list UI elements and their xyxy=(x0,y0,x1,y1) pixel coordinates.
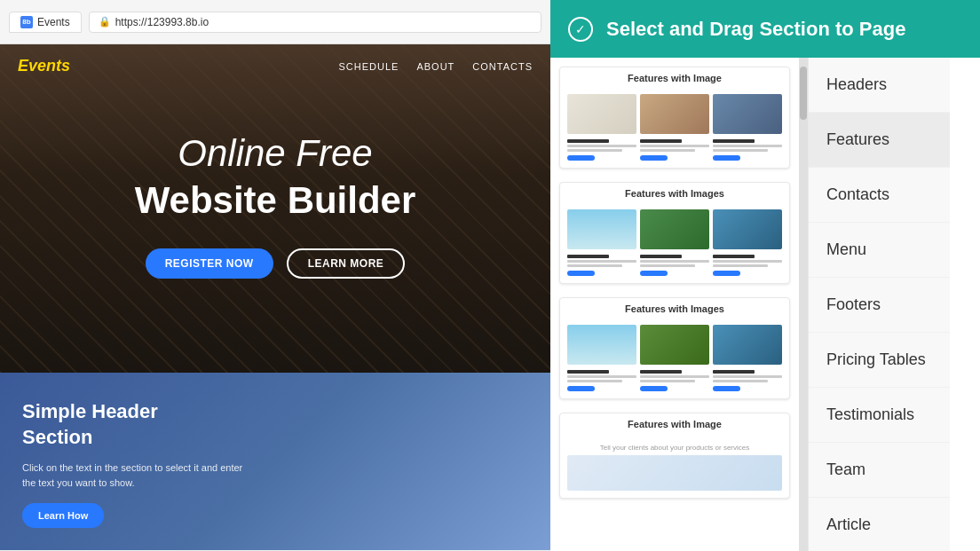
category-features[interactable]: Features xyxy=(809,113,950,168)
mini-label-sm-18 xyxy=(713,380,768,382)
top-bar-title: Select and Drag Section to Page xyxy=(606,18,905,41)
section-card-4[interactable]: Features with Image Tell your clients ab… xyxy=(559,413,790,499)
section-card-3-body xyxy=(560,318,789,398)
section-card-2-title: Features with Images xyxy=(560,183,789,202)
mini-label-7 xyxy=(567,370,609,374)
category-pricing-tables[interactable]: Pricing Tables xyxy=(809,333,950,388)
mini-text-col-2 xyxy=(640,139,709,161)
mini-btn-1 xyxy=(567,155,595,161)
mini-text-grid-2 xyxy=(567,255,782,276)
section-card-4-subtitle: Tell your clients about your products or… xyxy=(567,440,782,455)
nav-contacts[interactable]: CONTACTS xyxy=(472,61,533,72)
mini-img-meeting xyxy=(713,94,782,134)
hero-buttons: REGISTER NOW LEARN MORE xyxy=(18,248,533,279)
mini-label-sm-3 xyxy=(640,145,709,147)
mini-label-1 xyxy=(567,139,609,143)
mini-images-row-2 xyxy=(567,209,782,249)
section-card-3-title: Features with Images xyxy=(560,298,789,318)
section-card-1-title: Features with Image xyxy=(560,67,789,87)
mini-label-sm-4 xyxy=(640,149,695,152)
section-card-4-body: Tell your clients about your products or… xyxy=(560,433,789,498)
nav-about[interactable]: ABOUT xyxy=(416,61,454,72)
mini-text-col-7 xyxy=(567,370,636,391)
learn-more-button[interactable]: LEARN MORE xyxy=(287,248,406,279)
simple-header-section: Simple HeaderSection Click on the text i… xyxy=(0,373,550,550)
mini-label-9 xyxy=(713,370,755,374)
mini-text-grid-3 xyxy=(567,370,782,391)
mini-label-sm-6 xyxy=(713,149,768,152)
mini-label-sm-9 xyxy=(640,260,709,263)
thumbnails-panel[interactable]: Features with Image xyxy=(550,58,799,551)
category-footers[interactable]: Footers xyxy=(809,278,950,333)
mini-text-col-6 xyxy=(713,255,782,276)
mini-label-8 xyxy=(640,370,682,374)
browser-tab[interactable]: 8b Events xyxy=(9,12,82,33)
category-contacts[interactable]: Contacts xyxy=(809,168,950,223)
check-icon: ✓ xyxy=(568,17,593,42)
mini-label-sm-7 xyxy=(567,260,636,263)
mini-btn-7 xyxy=(567,386,595,391)
mini-label-sm-13 xyxy=(567,375,636,378)
right-panel: ✓ Select and Drag Section to Page Featur… xyxy=(550,0,980,551)
site-logo: Events xyxy=(18,57,70,75)
mini-img-blue-1 xyxy=(713,209,782,249)
mini-btn-9 xyxy=(713,386,740,391)
site-nav-links: SCHEDULE ABOUT CONTACTS xyxy=(339,61,533,72)
tab-label: Events xyxy=(37,16,70,28)
category-testimonials[interactable]: Testimonials xyxy=(809,388,950,443)
section-card-1[interactable]: Features with Image xyxy=(559,67,790,169)
mini-label-3 xyxy=(713,139,755,143)
scrollbar-area[interactable] xyxy=(799,58,808,551)
mini-label-2 xyxy=(640,139,682,143)
address-text: https://123993.8b.io xyxy=(115,16,209,28)
content-area: Features with Image xyxy=(550,58,980,551)
category-team[interactable]: Team xyxy=(809,443,950,498)
browser-panel: 8b Events 🔒 https://123993.8b.io Events … xyxy=(0,0,550,551)
mini-text-col-4 xyxy=(567,255,636,276)
category-menu[interactable]: Menu xyxy=(809,223,950,278)
mini-label-sm-10 xyxy=(640,264,695,267)
simple-header-desc: Click on the text in the section to sele… xyxy=(22,460,253,490)
mini-btn-5 xyxy=(640,271,668,276)
mini-img-blue-2 xyxy=(713,325,782,365)
mini-img-sky-2 xyxy=(567,325,636,365)
mini-text-grid-1 xyxy=(567,139,782,161)
address-bar[interactable]: 🔒 https://123993.8b.io xyxy=(89,12,541,33)
mini-img-nature-1 xyxy=(640,325,709,365)
mini-label-sm-15 xyxy=(640,375,709,378)
address-bar-row: 🔒 https://123993.8b.io xyxy=(89,12,541,33)
hero-section: Events SCHEDULE ABOUT CONTACTS Online Fr… xyxy=(0,44,550,373)
mini-text-col-3 xyxy=(713,139,782,161)
nav-schedule[interactable]: SCHEDULE xyxy=(339,61,399,72)
mini-text-col-9 xyxy=(713,370,782,391)
section-card-2-body xyxy=(560,202,789,283)
mini-img-green-1 xyxy=(640,209,709,249)
category-headers[interactable]: Headers xyxy=(809,58,950,113)
mini-label-sm-17 xyxy=(713,375,782,378)
mini-label-sm-16 xyxy=(640,380,695,382)
section-card-2[interactable]: Features with Images xyxy=(559,182,790,284)
learn-how-button[interactable]: Learn How xyxy=(22,503,104,528)
tab-favicon: 8b xyxy=(20,16,33,28)
category-panel: Headers Features Contacts Menu Footers P… xyxy=(808,58,950,551)
category-article[interactable]: Article xyxy=(809,498,950,551)
hero-title-1: Online Free xyxy=(18,132,533,175)
mini-label-6 xyxy=(713,255,755,258)
simple-header-title: Simple HeaderSection xyxy=(22,399,528,450)
mini-label-5 xyxy=(640,255,682,258)
section-card-4-img xyxy=(567,455,782,491)
mini-img-wood xyxy=(640,94,709,134)
section-card-3[interactable]: Features with Images xyxy=(559,297,790,399)
mini-label-4 xyxy=(567,255,609,258)
mini-btn-3 xyxy=(713,155,740,161)
mini-btn-4 xyxy=(567,271,595,276)
scrollbar-thumb[interactable] xyxy=(800,67,807,120)
section-card-4-title: Features with Image xyxy=(560,413,789,433)
register-button[interactable]: REGISTER NOW xyxy=(146,248,273,279)
lock-icon: 🔒 xyxy=(99,16,111,28)
mini-images-row-1 xyxy=(567,94,782,134)
hero-content: Online Free Website Builder REGISTER NOW… xyxy=(0,88,550,305)
mini-label-sm-14 xyxy=(567,380,622,382)
mini-text-col-5 xyxy=(640,255,709,276)
mini-label-sm-1 xyxy=(567,145,636,147)
